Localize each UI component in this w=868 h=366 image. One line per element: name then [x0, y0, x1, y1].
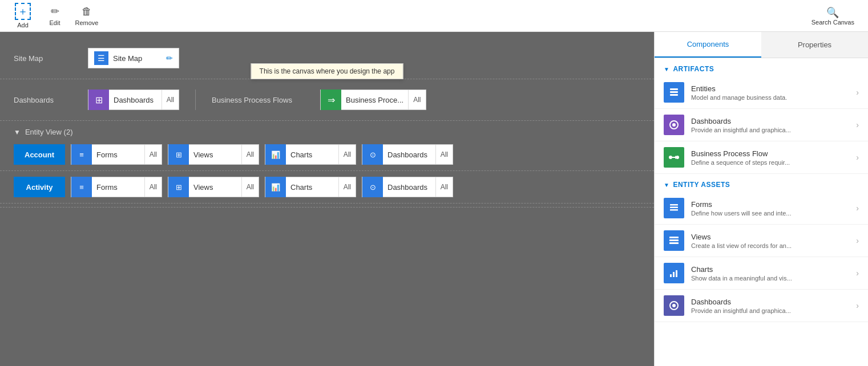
artifacts-header: ▼ ARTIFACTS — [655, 58, 868, 76]
add-icon: ＋ — [15, 3, 31, 20]
views-asset-arrow: › — [856, 236, 859, 245]
remove-icon: 🗑 — [82, 6, 92, 18]
panel-item-views-asset[interactable]: Views Create a list view of records for … — [655, 225, 868, 257]
section-separator — [195, 90, 196, 110]
activity-charts-all[interactable]: All — [338, 177, 356, 197]
svg-rect-16 — [673, 272, 675, 277]
forms-asset-text: Forms Define how users will see and inte… — [691, 200, 849, 217]
dashboards-card-icon: ⊞ — [88, 90, 109, 110]
account-dashboards-icon: ⊙ — [362, 144, 383, 165]
entities-arrow: › — [856, 88, 859, 97]
entity-view-label: Entity View (2) — [25, 128, 73, 136]
entities-icon — [664, 82, 684, 103]
remove-label: Remove — [75, 19, 99, 26]
svg-rect-14 — [669, 242, 679, 244]
panel-item-forms-asset[interactable]: Forms Define how users will see and inte… — [655, 192, 868, 225]
activity-forms-all[interactable]: All — [144, 177, 162, 197]
sitemap-section-label: Site Map — [14, 54, 76, 63]
svg-rect-12 — [669, 237, 679, 238]
entity-view-header: ▼ Entity View (2) — [0, 121, 654, 139]
artifacts-chevron: ▼ — [664, 66, 669, 72]
views-asset-text: Views Create a list view of records for … — [691, 233, 849, 249]
search-canvas-label: Search Canvas — [812, 19, 854, 26]
sitemap-edit-icon[interactable]: ✏ — [166, 54, 173, 63]
main-area: This is the canvas where you design the … — [0, 32, 868, 366]
svg-rect-15 — [670, 274, 672, 277]
account-dashboards-all[interactable]: All — [435, 145, 453, 164]
bpf-artifact-icon — [664, 147, 684, 168]
add-button[interactable]: ＋ Add — [7, 1, 39, 31]
account-charts-all[interactable]: All — [338, 145, 356, 164]
search-canvas-button[interactable]: 🔍 Search Canvas — [805, 4, 861, 28]
svg-rect-9 — [670, 204, 678, 206]
account-dashboards-card[interactable]: ⊙ Dashboards All — [362, 144, 453, 165]
bpf-card-icon: ⇒ — [321, 90, 341, 110]
activity-dashboards-all[interactable]: All — [435, 177, 453, 197]
panel-item-dashboards-artifact[interactable]: Dashboards Provide an insightful and gra… — [655, 109, 868, 141]
account-charts-card[interactable]: 📊 Charts All — [265, 144, 356, 165]
dashboards-section-label: Dashboards — [14, 96, 76, 104]
account-button[interactable]: Account — [14, 144, 65, 165]
forms-icon: ≡ — [71, 144, 92, 165]
activity-dashboards-icon: ⊙ — [362, 177, 383, 197]
edit-button[interactable]: ✏ Edit — [39, 3, 71, 29]
add-label: Add — [17, 22, 29, 29]
toolbar: ＋ Add ✏ Edit 🗑 Remove 🔍 Search Canvas — [0, 0, 868, 32]
account-views-card[interactable]: ⊞ Views All — [168, 144, 259, 165]
svg-point-5 — [669, 156, 672, 159]
entity-assets-chevron: ▼ — [664, 182, 669, 188]
svg-point-4 — [672, 123, 676, 127]
activity-forms-card[interactable]: ≡ Forms All — [71, 177, 162, 197]
bpf-section-label: Business Process Flows — [212, 96, 309, 104]
svg-rect-13 — [669, 239, 679, 241]
panel-item-entities[interactable]: Entities Model and manage business data.… — [655, 76, 868, 109]
forms-asset-icon — [664, 198, 684, 218]
right-panel: Components Properties ▼ ARTIFACTS Entiti… — [654, 32, 868, 366]
views-icon: ⊞ — [168, 144, 189, 165]
svg-rect-1 — [670, 91, 678, 93]
activity-button[interactable]: Activity — [14, 177, 65, 197]
bpf-card-all[interactable]: All — [408, 90, 425, 109]
tab-components[interactable]: Components — [655, 32, 761, 58]
panel-tabs: Components Properties — [655, 32, 868, 58]
svg-rect-10 — [670, 207, 678, 209]
panel-item-bpf-artifact[interactable]: Business Process Flow Define a sequence … — [655, 141, 868, 174]
remove-button[interactable]: 🗑 Remove — [71, 3, 103, 29]
entity-row-account: Account ≡ Forms All ⊞ Views All 📊 Charts… — [0, 139, 654, 171]
svg-rect-11 — [670, 209, 678, 211]
dashboards-artifact-arrow: › — [856, 120, 859, 129]
svg-rect-17 — [676, 270, 677, 277]
activity-charts-card[interactable]: 📊 Charts All — [265, 177, 356, 197]
dashboards-card[interactable]: ⊞ Dashboards All — [88, 90, 179, 110]
panel-item-charts-asset[interactable]: Charts Show data in a meaningful and vis… — [655, 257, 868, 290]
account-forms-all[interactable]: All — [144, 145, 162, 164]
account-views-all[interactable]: All — [241, 145, 259, 164]
svg-rect-0 — [670, 88, 678, 90]
activity-views-icon: ⊞ — [168, 177, 189, 197]
activity-views-all[interactable]: All — [241, 177, 259, 197]
svg-point-19 — [672, 304, 676, 307]
sitemap-card[interactable]: ☰ Site Map ✏ — [88, 48, 179, 68]
canvas-bottom-line — [0, 207, 654, 208]
charts-asset-arrow: › — [856, 269, 859, 278]
dashboards-asset-arrow: › — [856, 301, 859, 310]
tab-properties[interactable]: Properties — [761, 32, 868, 58]
sitemap-name: Site Map — [113, 54, 162, 63]
bpf-artifact-arrow: › — [856, 153, 859, 162]
dashboards-card-all[interactable]: All — [162, 90, 179, 109]
dashboards-artifact-icon — [664, 115, 684, 135]
search-icon: 🔍 — [826, 6, 839, 19]
activity-views-card[interactable]: ⊞ Views All — [168, 177, 259, 197]
dashboards-card-name: Dashboards — [109, 96, 162, 104]
bpf-card[interactable]: ⇒ Business Proce... All — [320, 90, 426, 110]
sitemap-section: Site Map ☰ Site Map ✏ — [0, 38, 654, 79]
bpf-artifact-text: Business Process Flow Define a sequence … — [691, 149, 849, 166]
panel-item-dashboards-asset[interactable]: Dashboards Provide an insightful and gra… — [655, 290, 868, 322]
dashboards-artifact-text: Dashboards Provide an insightful and gra… — [691, 117, 849, 133]
svg-rect-2 — [670, 94, 678, 96]
expand-icon[interactable]: ▼ — [14, 128, 21, 136]
edit-label: Edit — [50, 19, 60, 26]
activity-dashboards-card[interactable]: ⊙ Dashboards All — [362, 177, 453, 197]
dashboards-asset-text: Dashboards Provide an insightful and gra… — [691, 298, 849, 314]
account-forms-card[interactable]: ≡ Forms All — [71, 144, 162, 165]
